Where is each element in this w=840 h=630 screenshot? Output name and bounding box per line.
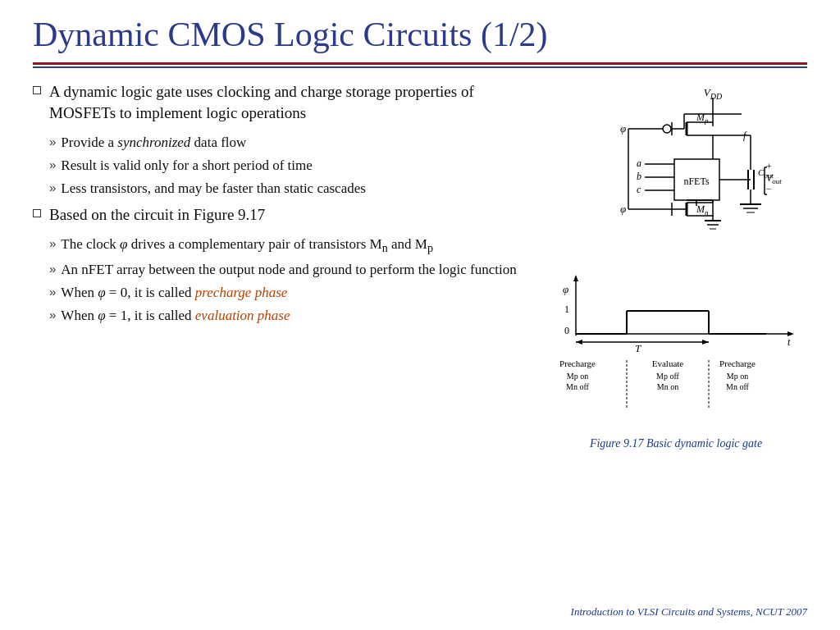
content-area: A dynamic logic gate uses clocking and c… [0, 81, 840, 450]
svg-text:Mp off: Mp off [656, 372, 680, 381]
svg-text:t: t [788, 336, 791, 348]
figure-caption: Figure 9.17 Basic dynamic logic gate [590, 437, 762, 450]
svg-text:c: c [637, 184, 641, 195]
sub-text-1-2: Result is valid only for a short period … [61, 156, 312, 176]
svg-text:−: − [766, 183, 772, 194]
svg-text:Mp on: Mp on [567, 372, 588, 381]
svg-text:Precharge: Precharge [559, 358, 596, 368]
precharge-label: precharge phase [195, 285, 288, 300]
svg-text:0: 0 [564, 325, 569, 336]
circuit-diagram: VDD [553, 81, 799, 262]
svg-text:Precharge: Precharge [719, 358, 756, 368]
footer: Introduction to VLSI Circuits and System… [571, 605, 807, 619]
sub-bullet-2-4: » When φ = 1, it is called evaluation ph… [49, 306, 528, 326]
slide: Dynamic CMOS Logic Circuits (1/2) A dyna… [0, 0, 840, 630]
sub-bullets-1: » Provide a synchronized data flow » Res… [49, 133, 528, 198]
sub-bullet-2-3: » When φ = 0, it is called precharge pha… [49, 283, 528, 303]
sub-text-1-1: Provide a synchronized data flow [61, 133, 246, 153]
svg-text:Mp on: Mp on [727, 372, 748, 381]
sub-marker-1-1: » [49, 135, 56, 148]
sub-text-2-3: When φ = 0, it is called precharge phase [61, 283, 287, 303]
bullet-2: Based on the circuit in Figure 9.17 [33, 204, 528, 226]
sub-text-2-1: The clock φ drives a complementary pair … [61, 235, 433, 257]
svg-text:a: a [637, 158, 641, 169]
sub-bullet-2-2: » An nFET array between the output node … [49, 260, 528, 280]
timing-diagram: φ 1 0 t [553, 270, 799, 434]
svg-text:Mn off: Mn off [726, 382, 750, 391]
thick-line [33, 62, 807, 65]
svg-text:Mn on: Mn on [657, 382, 678, 391]
sub-bullet-1-2: » Result is valid only for a short perio… [49, 156, 528, 176]
bullet-square-2 [33, 209, 41, 217]
svg-text:Mn off: Mn off [566, 382, 590, 391]
svg-text:φ: φ [620, 122, 626, 135]
sub-marker-2-3: » [49, 285, 56, 299]
slide-title: Dynamic CMOS Logic Circuits (1/2) [33, 15, 807, 54]
sub-bullet-1-3: » Less transistors, and may be faster th… [49, 179, 528, 199]
svg-text:φ: φ [563, 283, 568, 295]
sub-marker-2-1: » [49, 236, 56, 250]
sub-bullet-2-1: » The clock φ drives a complementary pai… [49, 235, 528, 257]
bullet-2-text: Based on the circuit in Figure 9.17 [49, 204, 265, 226]
divider [33, 62, 807, 68]
bullet-1-text: A dynamic logic gate uses clocking and c… [49, 81, 528, 125]
svg-text:φ: φ [620, 203, 626, 215]
sub-bullets-2: » The clock φ drives a complementary pai… [49, 235, 528, 326]
svg-text:Mn: Mn [696, 203, 709, 217]
bullet-1: A dynamic logic gate uses clocking and c… [33, 81, 528, 125]
right-column: VDD [545, 81, 807, 450]
sub-marker-1-2: » [49, 158, 56, 171]
svg-marker-76 [576, 340, 582, 345]
title-area: Dynamic CMOS Logic Circuits (1/2) [0, 0, 840, 62]
svg-marker-64 [573, 275, 578, 281]
sub-marker-2-4: » [49, 308, 56, 322]
svg-point-6 [663, 125, 671, 133]
sub-marker-1-3: » [49, 180, 56, 194]
svg-text:nFETs: nFETs [683, 176, 709, 187]
left-column: A dynamic logic gate uses clocking and c… [33, 81, 536, 450]
svg-text:+: + [766, 161, 772, 172]
svg-text:b: b [637, 171, 641, 182]
sub-text-2-2: An nFET array between the output node an… [61, 260, 516, 280]
sub-text-2-4: When φ = 1, it is called evaluation phas… [61, 306, 290, 326]
svg-text:Evaluate: Evaluate [652, 358, 684, 368]
svg-marker-77 [702, 340, 709, 345]
thin-line [33, 66, 807, 68]
svg-text:T: T [635, 342, 641, 354]
svg-text:1: 1 [564, 304, 569, 315]
sub-marker-2-2: » [49, 262, 56, 276]
bullet-square-1 [33, 86, 41, 94]
evaluation-label: evaluation phase [195, 308, 290, 323]
sub-bullet-1-1: » Provide a synchronized data flow [49, 133, 528, 153]
sub-text-1-3: Less transistors, and may be faster than… [61, 179, 366, 199]
